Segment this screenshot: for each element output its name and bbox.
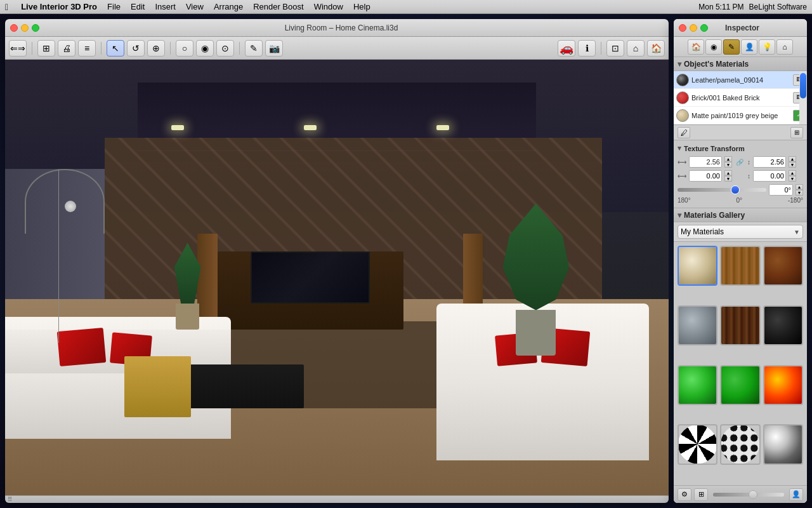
tab-person[interactable]: 👤 [741, 39, 757, 55]
circle-btn3[interactable]: ⊙ [216, 40, 234, 57]
rotate-btn[interactable]: ↺ [127, 40, 145, 57]
menu-btn[interactable]: ≡ [78, 40, 96, 57]
gallery-item-darkwood[interactable] [720, 305, 760, 345]
menu-file[interactable]: File [107, 2, 121, 11]
move-btn[interactable]: ⊕ [147, 40, 165, 57]
gallery-item-zebra[interactable] [678, 424, 717, 464]
gallery-item-brick[interactable] [763, 246, 803, 286]
material-item-1[interactable]: Brick/001 Baked Brick 🖼 [674, 89, 807, 107]
offset-h-up[interactable]: ▲ [724, 170, 732, 176]
person-icon[interactable]: 👤 [789, 488, 803, 501]
select-btn[interactable]: ↖ [107, 40, 124, 57]
offset-v-stepper[interactable]: ▲ ▼ [789, 170, 796, 182]
menu-render-boost[interactable]: Render Boost [253, 2, 304, 11]
gallery-item-chrome[interactable] [763, 424, 803, 464]
offset-v-down[interactable]: ▼ [789, 176, 796, 182]
gallery-item-black[interactable] [763, 305, 803, 345]
window-3d: Living Room – Home Cinema.li3d ⇐⇒ ⊞ 🖨 ≡ … [5, 19, 669, 503]
size-slider[interactable] [713, 493, 784, 497]
circle-btn2[interactable]: ◉ [196, 40, 214, 57]
draw-btn[interactable]: ✎ [245, 40, 263, 57]
scale-h-input[interactable]: 2.56 [689, 156, 722, 168]
tab-home[interactable]: ⌂ [776, 39, 793, 55]
gallery-item-beige[interactable] [678, 246, 717, 286]
render-btn[interactable]: 🖨 [58, 40, 75, 57]
gear-icon[interactable]: ⚙ [678, 488, 691, 501]
close-button[interactable] [10, 24, 18, 32]
window-bottom-bar: ⠿ [5, 495, 669, 503]
offset-h-input[interactable]: 0.00 [689, 170, 722, 182]
link-icon[interactable]: 🔗 [735, 157, 745, 167]
toolbar-sep-4 [239, 42, 240, 55]
offset-v-icon: ↕ [747, 173, 750, 180]
material-swatch-1 [676, 91, 689, 104]
scale-v-up[interactable]: ▲ [789, 156, 796, 162]
app-name[interactable]: Live Interior 3D Pro [21, 2, 97, 11]
camera-btn[interactable]: 📷 [265, 40, 283, 57]
rotation-up[interactable]: ▲ [796, 184, 803, 190]
gallery-item-fire[interactable] [763, 365, 803, 405]
tab-sphere[interactable]: ◉ [705, 39, 722, 55]
material-preview-wood [721, 247, 759, 284]
gallery-item-green-mid[interactable] [720, 365, 760, 405]
gallery-item-spots[interactable] [720, 424, 760, 464]
gallery-item-wood[interactable] [720, 246, 760, 286]
scale-v-stepper[interactable]: ▲ ▼ [789, 156, 796, 168]
gallery-item-green-bright[interactable] [678, 365, 717, 405]
window-toolbar: ⇐⇒ ⊞ 🖨 ≡ ↖ ↺ ⊕ ○ ◉ ⊙ ✎ 📷 🚗 ℹ ⊡ ⌂ 🏠 [5, 37, 669, 60]
inspector-title: Inspector [708, 23, 776, 32]
resize-handle[interactable]: ⠿ [8, 496, 12, 503]
view2-btn[interactable]: ⌂ [627, 40, 645, 57]
2d-view-btn[interactable]: ⊞ [37, 40, 55, 57]
scale-v-down[interactable]: ▼ [789, 162, 796, 168]
viewport[interactable] [5, 60, 669, 495]
rotation-slider[interactable] [678, 188, 766, 192]
rotation-stepper[interactable]: ▲ ▼ [796, 184, 803, 196]
circle-btn1[interactable]: ○ [176, 40, 193, 57]
rotation-down[interactable]: ▼ [796, 190, 803, 196]
material-item-0[interactable]: Leather/pamela_09014 🖼 [674, 71, 807, 89]
offset-row: ⟷ 0.00 ▲ ▼ ↕ 0.00 ▲ ▼ [678, 170, 803, 182]
add-icon[interactable]: ⊞ [694, 488, 708, 501]
menu-window[interactable]: Window [314, 2, 343, 11]
scale-h-up[interactable]: ▲ [724, 156, 732, 162]
tab-bulb[interactable]: 💡 [759, 39, 775, 55]
scale-v-input[interactable]: 2.56 [753, 156, 786, 168]
inspector-minimize[interactable] [690, 24, 697, 32]
scale-h-down[interactable]: ▼ [724, 162, 732, 168]
material-item-2[interactable]: Matte paint/1019 grey beige ✓ [674, 107, 807, 124]
minimize-button[interactable] [21, 24, 29, 32]
rotation-thumb[interactable] [731, 185, 740, 194]
inspector-zoom[interactable] [700, 24, 708, 32]
view3-btn[interactable]: 🏠 [647, 40, 665, 57]
gallery-dropdown[interactable]: My Materials ▼ [678, 225, 803, 239]
rotation-input[interactable]: 0° [769, 184, 793, 196]
menu-view[interactable]: View [186, 2, 204, 11]
back-forward-btn[interactable]: ⇐⇒ [9, 40, 27, 57]
scale-h-stepper[interactable]: ▲ ▼ [724, 156, 732, 168]
menu-help[interactable]: Help [353, 2, 370, 11]
offset-h-stepper[interactable]: ▲ ▼ [724, 170, 732, 182]
view1-btn[interactable]: ⊡ [606, 40, 624, 57]
offset-v-input[interactable]: 0.00 [753, 170, 786, 182]
scale-v-icon: ↕ [747, 159, 750, 166]
materials-scrollbar[interactable] [799, 71, 807, 124]
tab-house[interactable]: 🏠 [688, 39, 704, 55]
apple-menu[interactable]:  [5, 2, 8, 12]
car-btn[interactable]: 🚗 [558, 40, 575, 57]
gallery-item-stone[interactable] [678, 305, 717, 345]
scrollbar-thumb[interactable] [800, 73, 806, 98]
menubar-company: BeLight Software [749, 3, 807, 11]
offset-v-up[interactable]: ▲ [789, 170, 796, 176]
info-btn[interactable]: ℹ [578, 40, 596, 57]
menu-edit[interactable]: Edit [131, 2, 145, 11]
size-slider-thumb[interactable] [749, 490, 757, 499]
grid-view-btn[interactable]: ⊞ [790, 127, 803, 138]
tab-brush[interactable]: ✎ [723, 39, 740, 55]
inspector-close[interactable] [679, 24, 686, 32]
menu-arrange[interactable]: Arrange [214, 2, 243, 11]
eyedropper-btn[interactable]: 🖊 [678, 127, 690, 138]
menu-insert[interactable]: Insert [155, 2, 176, 11]
zoom-button[interactable] [32, 24, 39, 32]
offset-h-down[interactable]: ▼ [724, 176, 732, 182]
